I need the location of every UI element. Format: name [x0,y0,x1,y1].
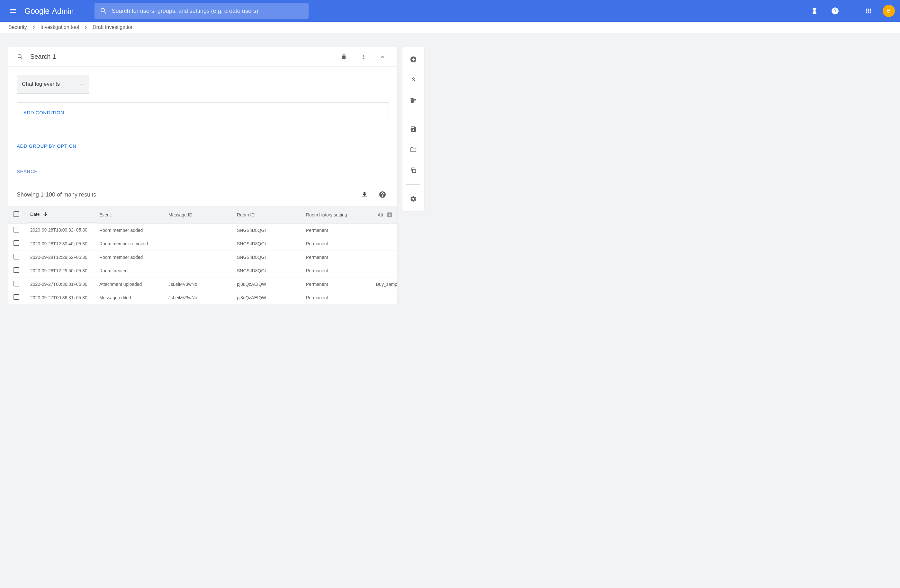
more-options-icon[interactable] [357,50,370,63]
avatar[interactable]: B [883,5,895,17]
cell-history: Permanent [303,223,372,237]
logo[interactable]: Google Admin [25,6,74,16]
help-icon[interactable] [829,5,841,17]
logo-google: Google [25,6,50,16]
results-help-icon[interactable] [376,188,389,201]
cell-date: 2020-09-27T00:36:31+05:30 [28,277,97,291]
app-header: Google Admin B [0,0,900,22]
save-icon[interactable] [407,123,420,136]
table-row[interactable]: 2020-09-27T00:36:31+05:30 Attachment upl… [8,277,397,291]
sort-desc-icon [42,211,48,217]
cell-date: 2020-09-28T13:09:32+05:30 [28,223,97,237]
delete-icon[interactable] [337,50,350,63]
card-header: Search 1 [8,47,397,67]
hourglass-icon[interactable] [808,5,821,17]
results-summary: Showing 1-100 of many results [17,191,353,198]
action-sidebar [402,47,424,211]
settings-icon[interactable] [407,192,420,205]
cell-room-id: SNGSiID8QGI [234,251,303,264]
chevron-right-icon [83,25,89,30]
open-folder-icon[interactable] [407,143,420,156]
cell-message-id [166,237,234,251]
add-icon[interactable] [407,53,420,66]
cell-history: Permanent [303,264,372,277]
search-icon [100,7,107,15]
data-source-select[interactable]: Chat log events [17,75,89,93]
cell-date: 2020-09-28T12:29:50+05:30 [28,264,97,277]
cell-message-id [166,264,234,277]
table-row[interactable]: 2020-09-27T00:36:31+05:30 Message edited… [8,291,397,305]
logo-admin: Admin [52,7,74,16]
row-checkbox[interactable] [14,254,19,260]
cell-message-id [166,251,234,264]
hamburger-menu-icon[interactable] [5,3,20,19]
table-row[interactable]: 2020-09-28T12:30:40+05:30 Room member re… [8,237,397,251]
cell-room-id: pj3uQzAEIQW [234,291,303,305]
cell-event: Room member removed [97,237,166,251]
search-card: Search 1 Chat log events ADD CONDITION A… [8,47,397,305]
data-source-value: Chat log events [22,81,60,87]
cell-history: Permanent [303,277,372,291]
collapse-icon[interactable] [376,50,389,63]
cell-history: Permanent [303,291,372,305]
column-settings-icon[interactable] [386,212,393,218]
col-date[interactable]: Date [28,206,97,223]
cell-event: Message edited [97,291,166,305]
col-room-history[interactable]: Room history setting [303,206,372,223]
breadcrumb: Security Investigation tool Draft invest… [0,22,900,33]
row-checkbox[interactable] [14,281,19,286]
apps-icon[interactable] [862,5,875,17]
cell-attachment [372,264,397,277]
group-by-section: ADD GROUP BY OPTION [8,132,397,160]
cell-message-id: JsLeiMV3wNo [166,291,234,305]
col-attachment[interactable]: Att [372,206,397,223]
cell-event: Attachment uploaded [97,277,166,291]
results-header: Showing 1-100 of many results [8,183,397,206]
cell-message-id [166,223,234,237]
col-event[interactable]: Event [97,206,166,223]
cell-date: 2020-09-27T00:36:31+05:30 [28,291,97,305]
cell-room-id: SNGSiID8QGI [234,264,303,277]
breadcrumb-security[interactable]: Security [8,25,27,30]
row-checkbox[interactable] [14,267,19,273]
download-icon[interactable] [358,188,371,201]
cell-room-id: SNGSiID8QGI [234,237,303,251]
row-checkbox[interactable] [14,240,19,246]
collapse-all-icon[interactable] [407,74,420,87]
clear-all-icon[interactable] [407,94,420,107]
breadcrumb-investigation-tool[interactable]: Investigation tool [40,25,79,30]
row-checkbox[interactable] [14,227,19,232]
card-title: Search 1 [30,53,331,60]
table-row[interactable]: 2020-09-28T12:29:50+05:30 Room created S… [8,264,397,277]
copy-icon[interactable] [407,164,420,176]
select-all-checkbox[interactable] [14,211,19,217]
global-search[interactable] [95,3,309,19]
search-icon [17,53,24,60]
cell-room-id: SNGSiID8QGI [234,223,303,237]
cell-attachment [372,291,397,305]
header-actions: B [808,5,895,17]
add-condition-button[interactable]: ADD CONDITION [23,110,64,115]
cell-attachment [372,223,397,237]
search-input[interactable] [112,8,303,14]
row-checkbox[interactable] [14,294,19,300]
table-row[interactable]: 2020-09-28T13:09:32+05:30 Room member ad… [8,223,397,237]
col-room-id[interactable]: Room ID [234,206,303,223]
search-section: SEARCH [8,160,397,183]
cell-event: Room member added [97,223,166,237]
cell-date: 2020-09-28T12:30:40+05:30 [28,237,97,251]
cell-date: 2020-09-28T12:29:52+05:30 [28,251,97,264]
svg-rect-2 [413,169,416,172]
add-group-by-button[interactable]: ADD GROUP BY OPTION [17,143,76,149]
dropdown-arrow-icon [80,82,84,86]
table-row[interactable]: 2020-09-28T12:29:52+05:30 Room member ad… [8,251,397,264]
cell-attachment [372,237,397,251]
cell-event: Room member added [97,251,166,264]
search-button[interactable]: SEARCH [17,169,38,174]
cell-message-id: JsLeiMV3wNo [166,277,234,291]
cell-history: Permanent [303,251,372,264]
cell-room-id: pj3uQzAEIQW [234,277,303,291]
breadcrumb-draft[interactable]: Draft investigation [93,25,134,30]
col-message-id[interactable]: Message ID [166,206,234,223]
data-source-section: Chat log events [8,67,397,93]
